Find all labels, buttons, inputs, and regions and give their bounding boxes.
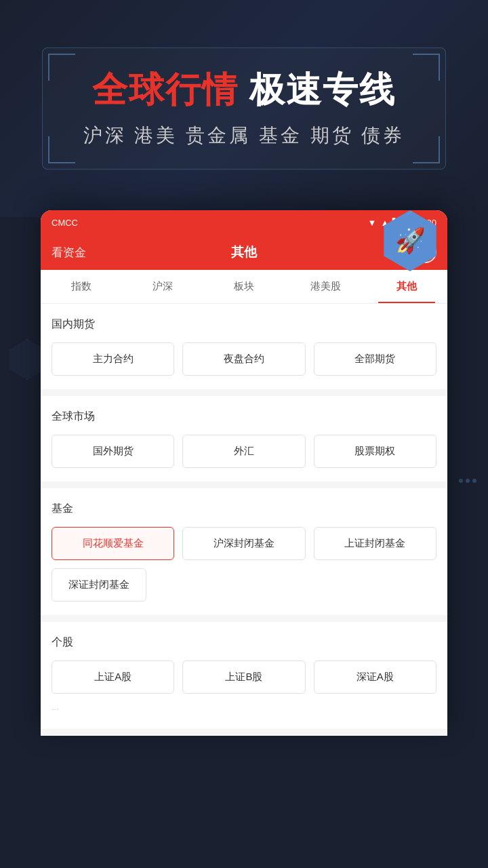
btn-shenzheng-a[interactable]: 深证A股 [314, 660, 436, 694]
banner-subtitle: 沪深 港美 贵金属 基金 期货 债券 [83, 123, 405, 149]
btn-hushen-bijin[interactable]: 沪深封闭基金 [182, 527, 305, 560]
wifi-icon: ▼ [368, 218, 377, 228]
btn-zhuli[interactable]: 主力合约 [52, 342, 174, 376]
btn-quanbu[interactable]: 全部期货 [314, 342, 436, 376]
fund-buttons: 同花顺爱基金 沪深封闭基金 上证封闭基金 深证封闭基金 [52, 527, 436, 601]
section-domestic-futures: 国内期货 主力合约 夜盘合约 全部期货 [41, 304, 447, 389]
nav-left-label[interactable]: 看资金 [52, 245, 180, 260]
global-market-buttons: 国外期货 外汇 股票期权 [52, 435, 436, 468]
section-individual-stock: 个股 上证A股 上证B股 深证A股 ... [41, 622, 447, 729]
individual-stock-buttons: 上证A股 上证B股 深证A股 [52, 660, 436, 694]
phone-mockup: CMCC ▼ ▲▐ 🔋 12:30 看资金 其他 ⌕ 指数 [0, 210, 488, 736]
btn-shenzheng-bijin[interactable]: 深证封闭基金 [52, 568, 146, 601]
btn-shangzheng-b[interactable]: 上证B股 [182, 660, 305, 694]
domestic-futures-buttons: 主力合约 夜盘合约 全部期货 [52, 342, 436, 376]
btn-yepan[interactable]: 夜盘合约 [182, 342, 305, 376]
tab-bar: 指数 沪深 板块 港美股 其他 [41, 270, 447, 304]
more-hint: ... [52, 702, 436, 715]
banner-highlight: 全球行情 [92, 70, 239, 109]
tab-qita[interactable]: 其他 [366, 270, 447, 303]
section-fund: 基金 同花顺爱基金 沪深封闭基金 上证封闭基金 深证封闭基金 [41, 488, 447, 615]
banner-inner: 全球行情 极速专线 沪深 港美 贵金属 基金 期货 债券 [42, 47, 447, 170]
phone-screen: CMCC ▼ ▲▐ 🔋 12:30 看资金 其他 ⌕ 指数 [41, 210, 447, 736]
banner-title: 全球行情 极速专线 [83, 68, 405, 111]
tab-gangmeigu[interactable]: 港美股 [285, 270, 366, 303]
tab-zhishu[interactable]: 指数 [41, 270, 122, 303]
section-global-market-title: 全球市场 [52, 410, 436, 424]
banner: 全球行情 极速专线 沪深 港美 贵金属 基金 期货 债券 [0, 0, 488, 217]
section-domestic-futures-title: 国内期货 [52, 317, 436, 332]
section-individual-stock-title: 个股 [52, 635, 436, 650]
content-area: 国内期货 主力合约 夜盘合约 全部期货 全球市场 国外期货 外汇 股票期权 基金 [41, 304, 447, 729]
banner-rest: 极速专线 [239, 70, 396, 109]
tab-hushen[interactable]: 沪深 [122, 270, 203, 303]
tab-bankuai[interactable]: 板块 [203, 270, 285, 303]
carrier-label: CMCC [52, 218, 78, 228]
section-global-market: 全球市场 国外期货 外汇 股票期权 [41, 396, 447, 481]
btn-gupiao-qiquan[interactable]: 股票期权 [314, 435, 436, 468]
btn-shangzheng-bijin[interactable]: 上证封闭基金 [314, 527, 436, 560]
btn-shangzheng-a[interactable]: 上证A股 [52, 660, 174, 694]
section-fund-title: 基金 [52, 502, 436, 516]
btn-waihui[interactable]: 外汇 [182, 435, 305, 468]
rocket-hexagon: 🚀 [380, 210, 441, 271]
nav-center-title: 其他 [180, 243, 308, 261]
btn-guowai-qihuo[interactable]: 国外期货 [52, 435, 174, 468]
btn-tonghuashun[interactable]: 同花顺爱基金 [52, 527, 174, 560]
